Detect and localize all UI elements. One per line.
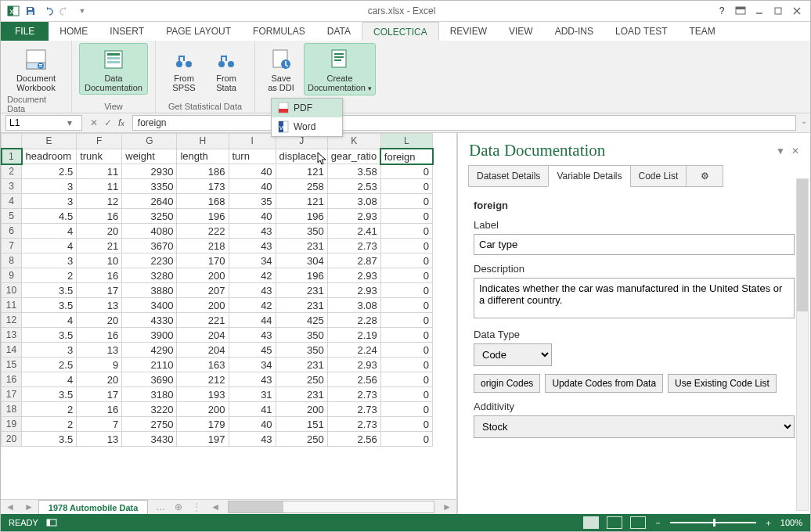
cell[interactable]: 4080: [122, 224, 177, 239]
cell[interactable]: 163: [177, 358, 229, 372]
cell[interactable]: 0: [380, 253, 432, 268]
cell[interactable]: 204: [177, 343, 229, 358]
formula-input[interactable]: foreign: [132, 115, 796, 131]
zoom-slider[interactable]: [670, 522, 756, 523]
cell[interactable]: 2.5: [22, 164, 77, 179]
minimize-button[interactable]: [751, 3, 768, 19]
cell[interactable]: 2.73: [327, 387, 380, 402]
cell[interactable]: 20: [77, 372, 122, 387]
more-sheets-icon[interactable]: …: [151, 501, 170, 512]
cell[interactable]: 231: [276, 298, 327, 313]
ribbon-display-icon[interactable]: [732, 3, 749, 19]
cell[interactable]: 250: [276, 372, 327, 387]
cell[interactable]: 10: [77, 253, 122, 268]
tab-page-layout[interactable]: PAGE LAYOUT: [155, 22, 242, 41]
pane-dropdown-icon[interactable]: ▼: [776, 146, 785, 156]
cell[interactable]: 0: [380, 268, 432, 283]
cell[interactable]: 0: [380, 224, 432, 239]
scroll-left-icon[interactable]: ◄: [206, 501, 225, 512]
cell[interactable]: 3250: [122, 209, 177, 224]
cell[interactable]: 204: [177, 328, 229, 343]
cell[interactable]: 4: [22, 224, 77, 239]
cell[interactable]: 2.19: [327, 328, 380, 343]
cell[interactable]: 3690: [122, 372, 177, 387]
cell[interactable]: 2: [22, 417, 77, 432]
tab-team[interactable]: TEAM: [679, 22, 726, 41]
redo-icon[interactable]: [57, 3, 73, 19]
cell[interactable]: 196: [276, 209, 327, 224]
cell[interactable]: 13: [77, 432, 122, 447]
tab-colectica[interactable]: COLECTICA: [362, 22, 439, 41]
name-box-dropdown-icon[interactable]: ▾: [64, 117, 75, 128]
cell[interactable]: 43: [229, 328, 276, 343]
tab-home[interactable]: HOME: [49, 22, 99, 41]
cell[interactable]: 258: [276, 179, 327, 194]
col-I[interactable]: I: [229, 134, 276, 149]
cell[interactable]: 2.56: [327, 372, 380, 387]
cell[interactable]: 250: [276, 432, 327, 447]
cell[interactable]: 20: [77, 224, 122, 239]
cell[interactable]: 207: [177, 283, 229, 298]
cell[interactable]: 21: [77, 239, 122, 253]
name-box-input[interactable]: [6, 117, 64, 129]
cell[interactable]: 2.53: [327, 179, 380, 194]
cell[interactable]: 0: [380, 387, 432, 402]
cell[interactable]: 43: [229, 432, 276, 447]
cell[interactable]: 12: [77, 194, 122, 209]
cell[interactable]: 0: [380, 402, 432, 417]
cell[interactable]: 200: [177, 402, 229, 417]
tab-view[interactable]: VIEW: [498, 22, 544, 41]
cell[interactable]: 3280: [122, 268, 177, 283]
cell[interactable]: 11: [77, 164, 122, 179]
cell[interactable]: 0: [380, 432, 432, 447]
cell[interactable]: 231: [276, 283, 327, 298]
cell[interactable]: 42: [229, 268, 276, 283]
cell[interactable]: 3: [22, 194, 77, 209]
cell[interactable]: 2.93: [327, 358, 380, 372]
cell[interactable]: 3.5: [22, 298, 77, 313]
cell[interactable]: 200: [177, 268, 229, 283]
existing-codelist-button[interactable]: Use Existing Code List: [668, 374, 777, 393]
cell[interactable]: 2.5: [22, 358, 77, 372]
cell[interactable]: 350: [276, 328, 327, 343]
cell[interactable]: 231: [276, 387, 327, 402]
select-all[interactable]: [2, 134, 22, 149]
cell[interactable]: 3: [22, 343, 77, 358]
cell[interactable]: 2930: [122, 164, 177, 179]
col-E[interactable]: E: [22, 134, 77, 149]
cell[interactable]: 200: [276, 402, 327, 417]
cell[interactable]: 3.58: [327, 164, 380, 179]
cell[interactable]: 2230: [122, 253, 177, 268]
dropdown-pdf[interactable]: PDF: [272, 99, 342, 117]
cell[interactable]: length: [177, 149, 229, 164]
row-2[interactable]: 2: [2, 164, 22, 179]
cell[interactable]: 2.41: [327, 224, 380, 239]
cell[interactable]: 45: [229, 343, 276, 358]
cancel-formula-icon[interactable]: ✕: [90, 117, 98, 128]
cell[interactable]: 193: [177, 387, 229, 402]
cell[interactable]: 40: [229, 164, 276, 179]
cell[interactable]: 17: [77, 283, 122, 298]
row-14[interactable]: 14: [2, 343, 22, 358]
create-documentation-button[interactable]: Create Documentation ▾: [304, 43, 376, 95]
cell[interactable]: 2110: [122, 358, 177, 372]
tab-load-test[interactable]: LOAD TEST: [604, 22, 678, 41]
cell[interactable]: 42: [229, 298, 276, 313]
cell[interactable]: 186: [177, 164, 229, 179]
cell[interactable]: 170: [177, 253, 229, 268]
cell[interactable]: 0: [380, 328, 432, 343]
cell[interactable]: 304: [276, 253, 327, 268]
prev-sheet-icon[interactable]: ◄: [1, 501, 20, 512]
cell[interactable]: 168: [177, 194, 229, 209]
cell[interactable]: 3400: [122, 298, 177, 313]
cell[interactable]: 44: [229, 313, 276, 328]
page-break-view-icon[interactable]: [630, 516, 646, 529]
row-19[interactable]: 19: [2, 417, 22, 432]
row-8[interactable]: 8: [2, 253, 22, 268]
cell[interactable]: 43: [229, 283, 276, 298]
label-input[interactable]: [474, 234, 795, 255]
datatype-select[interactable]: Code: [474, 343, 552, 366]
cell[interactable]: 2.24: [327, 343, 380, 358]
cell[interactable]: 196: [276, 268, 327, 283]
next-sheet-icon[interactable]: ►: [20, 501, 38, 512]
